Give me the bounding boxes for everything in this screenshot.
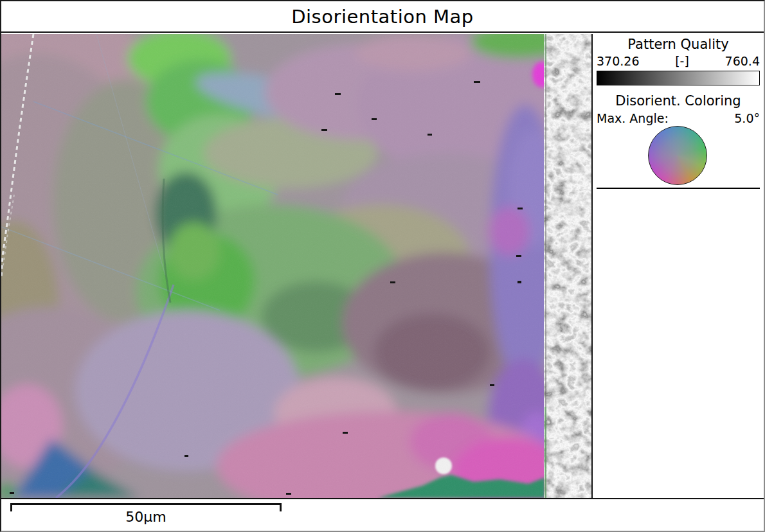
pattern-quality-min: 370.26	[597, 54, 639, 68]
page-title: Disorientation Map	[291, 6, 474, 28]
title-bar: Disorientation Map	[1, 1, 764, 33]
pattern-quality-gradient-bar	[597, 71, 760, 85]
scale-bar-label: 50µm	[10, 509, 282, 525]
disorientation-color-wheel	[648, 126, 707, 185]
map-noise-overlay	[1, 34, 546, 498]
legend-separator	[597, 188, 760, 189]
max-angle-row: Max. Angle: 5.0°	[597, 111, 760, 125]
disorientation-map-canvas	[1, 34, 591, 498]
pattern-quality-unit: [-]	[675, 54, 689, 68]
max-angle-label: Max. Angle:	[597, 111, 669, 125]
disorientation-title: Disorient. Coloring	[593, 93, 764, 109]
figure-frame: Disorientation Map	[0, 0, 765, 532]
pattern-quality-strip	[544, 34, 591, 498]
map-image	[1, 34, 591, 498]
pattern-quality-range: 370.26 [-] 760.4	[597, 54, 760, 68]
pattern-quality-max: 760.4	[725, 54, 760, 68]
max-angle-value: 5.0°	[734, 111, 760, 125]
legend-panel: Pattern Quality 370.26 [-] 760.4 Disorie…	[591, 34, 764, 498]
footer-bar: 50µm	[1, 499, 764, 531]
pattern-quality-title: Pattern Quality	[593, 37, 764, 52]
